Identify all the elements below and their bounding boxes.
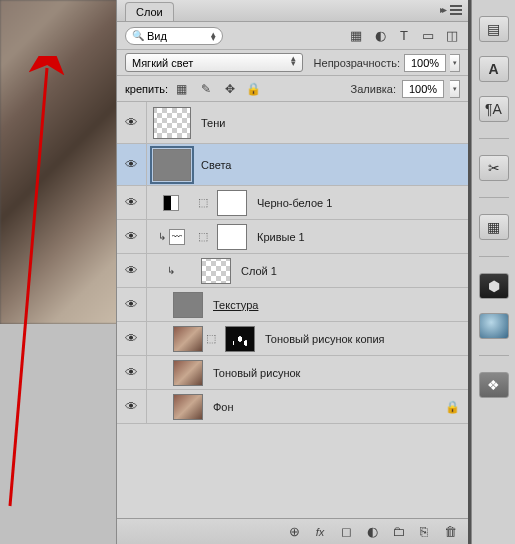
layer-row[interactable]: 👁 ↳ Слой 1	[117, 254, 468, 288]
mask-link-icon[interactable]: ⬚	[206, 332, 216, 345]
lock-position-icon[interactable]: ✥	[222, 81, 238, 97]
layer-row[interactable]: 👁 ⬚ Тоновый рисунок копия	[117, 322, 468, 356]
filter-shape-icon[interactable]: ▭	[420, 28, 436, 44]
opacity-flyout-icon[interactable]: ▾	[450, 54, 460, 72]
layer-name[interactable]: Фон	[213, 401, 234, 413]
blend-mode-value: Мягкий свет	[132, 57, 193, 69]
dock-materials-icon[interactable]	[479, 313, 509, 339]
panel-header: Слои ▸▸	[117, 0, 468, 22]
layer-name[interactable]: Текстура	[213, 299, 258, 311]
fill-label: Заливка:	[351, 83, 396, 95]
visibility-toggle-icon[interactable]: 👁	[117, 288, 147, 321]
clip-indicator-icon: ↳	[158, 231, 166, 242]
layer-name[interactable]: Кривые 1	[257, 231, 305, 243]
layer-thumbnail[interactable]	[173, 394, 203, 420]
lock-transparency-icon[interactable]: ▦	[174, 81, 190, 97]
mask-link-icon[interactable]: ⬚	[198, 196, 208, 209]
layer-name[interactable]: Света	[201, 159, 231, 171]
visibility-toggle-icon[interactable]: 👁	[117, 356, 147, 389]
adjustment-curves-icon[interactable]: 〰	[169, 229, 185, 245]
visibility-toggle-icon[interactable]: 👁	[117, 322, 147, 355]
lock-icons-group: ▦ ✎ ✥ 🔒	[174, 81, 262, 97]
layer-mask-thumbnail[interactable]	[217, 224, 247, 250]
dock-tools-icon[interactable]: ✂	[479, 155, 509, 181]
layer-mask-thumbnail[interactable]	[225, 326, 255, 352]
dock-separator	[479, 138, 509, 139]
filter-type-dropdown[interactable]: 🔍 Вид ▴▾	[125, 27, 223, 45]
layers-list: 👁 Тени 👁 Света 👁 ⬚ Черно-белое 1 👁 ↳ 〰 ⬚	[117, 102, 468, 518]
blend-mode-dropdown[interactable]: Мягкий свет ▴▾	[125, 53, 303, 72]
layer-mask-thumbnail[interactable]	[217, 190, 247, 216]
adjustment-area: ↳	[147, 265, 195, 276]
visibility-toggle-icon[interactable]: 👁	[117, 220, 147, 253]
dock-character-icon[interactable]: A	[479, 56, 509, 82]
lock-all-icon[interactable]: 🔒	[246, 81, 262, 97]
lock-label: крепить:	[125, 83, 168, 95]
dock-paragraph-icon[interactable]: ¶A	[479, 96, 509, 122]
panel-menu-icon[interactable]	[450, 5, 462, 15]
layer-thumbnail[interactable]	[173, 360, 203, 386]
layer-row[interactable]: 👁 ↳ 〰 ⬚ Кривые 1	[117, 220, 468, 254]
lock-pixels-icon[interactable]: ✎	[198, 81, 214, 97]
dock-3d-icon[interactable]: ⬢	[479, 273, 509, 299]
visibility-toggle-icon[interactable]: 👁	[117, 186, 147, 219]
dock-histogram-icon[interactable]: ▤	[479, 16, 509, 42]
lock-row: крепить: ▦ ✎ ✥ 🔒 Заливка: 100% ▾	[117, 76, 468, 102]
layers-panel: Слои ▸▸ 🔍 Вид ▴▾ ▦ ◐ T ▭ ◫ Мягкий свет ▴…	[116, 0, 468, 544]
collapse-chevrons-icon[interactable]: ▸▸	[440, 4, 444, 15]
fill-input[interactable]: 100%	[402, 80, 444, 98]
layer-name[interactable]: Тени	[201, 117, 225, 129]
lock-icon: 🔒	[445, 400, 460, 414]
layer-thumbnail[interactable]	[153, 149, 191, 181]
adjustment-area: ↳ 〰	[147, 229, 195, 245]
layer-name[interactable]: Черно-белое 1	[257, 197, 332, 209]
panel-tab-layers[interactable]: Слои	[125, 2, 174, 21]
layer-thumbnail[interactable]	[173, 326, 203, 352]
layer-row[interactable]: 👁 Света	[117, 144, 468, 186]
link-layers-icon[interactable]: ⊕	[286, 524, 302, 540]
adjustment-bw-icon[interactable]	[163, 195, 179, 211]
visibility-toggle-icon[interactable]: 👁	[117, 390, 147, 423]
visibility-toggle-icon[interactable]: 👁	[117, 102, 147, 143]
visibility-toggle-icon[interactable]: 👁	[117, 144, 147, 185]
new-layer-icon[interactable]: ⎘	[416, 524, 432, 540]
layer-name[interactable]: Тоновый рисунок копия	[265, 333, 385, 345]
dropdown-caret-icon: ▴▾	[291, 56, 296, 66]
filter-smart-icon[interactable]: ◫	[444, 28, 460, 44]
panel-bottom-bar: ⊕ fx ◻ ◐ 🗀 ⎘ 🗑	[117, 518, 468, 544]
dock-layers-icon[interactable]: ❖	[479, 372, 509, 398]
mask-link-icon[interactable]: ⬚	[198, 230, 208, 243]
layer-row[interactable]: 👁 Тени	[117, 102, 468, 144]
delete-layer-icon[interactable]: 🗑	[442, 524, 458, 540]
dock-separator	[479, 197, 509, 198]
layer-thumbnail[interactable]	[201, 258, 231, 284]
opacity-input[interactable]: 100%	[404, 54, 446, 72]
filter-adjustment-icon[interactable]: ◐	[372, 28, 388, 44]
layer-row[interactable]: 👁 Текстура	[117, 288, 468, 322]
layer-thumbnail[interactable]	[173, 292, 203, 318]
dock-separator	[479, 256, 509, 257]
layer-fx-icon[interactable]: fx	[312, 524, 328, 540]
new-adjustment-icon[interactable]: ◐	[364, 524, 380, 540]
visibility-toggle-icon[interactable]: 👁	[117, 254, 147, 287]
filter-pixel-icon[interactable]: ▦	[348, 28, 364, 44]
filter-type-label: Вид	[147, 30, 167, 42]
layer-filter-row: 🔍 Вид ▴▾ ▦ ◐ T ▭ ◫	[117, 22, 468, 50]
layer-name[interactable]: Слой 1	[241, 265, 277, 277]
dock-separator	[479, 355, 509, 356]
layer-row[interactable]: 👁 Тоновый рисунок	[117, 356, 468, 390]
fill-flyout-icon[interactable]: ▾	[450, 80, 460, 98]
canvas-pasteboard	[0, 324, 118, 544]
layer-row[interactable]: 👁 ⬚ Черно-белое 1	[117, 186, 468, 220]
dropdown-caret-icon: ▴▾	[211, 32, 216, 40]
new-group-icon[interactable]: 🗀	[390, 524, 406, 540]
filter-type-icon[interactable]: T	[396, 28, 412, 44]
dock-swatches-icon[interactable]: ▦	[479, 214, 509, 240]
blend-mode-row: Мягкий свет ▴▾ Непрозрачность: 100% ▾	[117, 50, 468, 76]
clip-indicator-icon: ↳	[167, 265, 175, 276]
layer-thumbnail[interactable]	[153, 107, 191, 139]
add-mask-icon[interactable]: ◻	[338, 524, 354, 540]
right-dock: ▤ A ¶A ✂ ▦ ⬢ ❖	[471, 0, 515, 544]
layer-row[interactable]: 👁 Фон 🔒	[117, 390, 468, 424]
layer-name[interactable]: Тоновый рисунок	[213, 367, 300, 379]
